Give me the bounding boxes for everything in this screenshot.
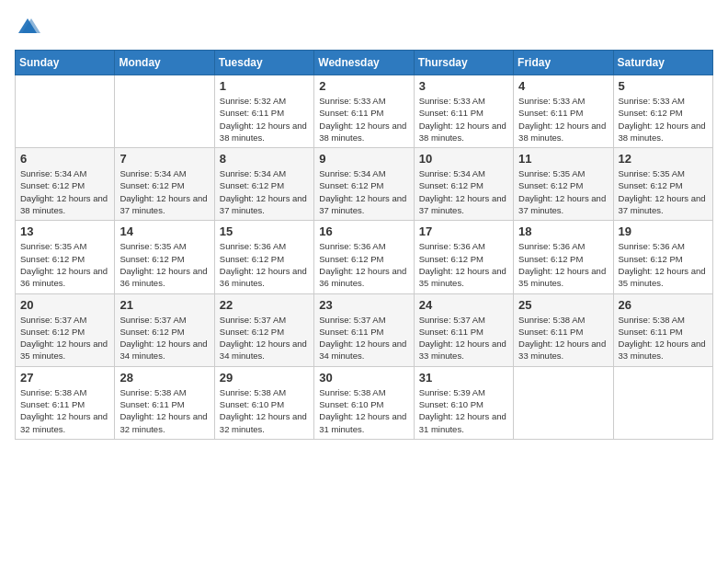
day-detail: Sunrise: 5:34 AM Sunset: 6:12 PM Dayligh… [20, 167, 109, 216]
calendar-cell: 2Sunrise: 5:33 AM Sunset: 6:11 PM Daylig… [314, 75, 414, 148]
logo-icon [15, 15, 40, 40]
calendar-cell: 4Sunrise: 5:33 AM Sunset: 6:11 PM Daylig… [514, 75, 613, 148]
day-number: 21 [119, 298, 209, 312]
calendar-cell: 5Sunrise: 5:33 AM Sunset: 6:12 PM Daylig… [613, 75, 712, 148]
day-number: 18 [518, 224, 608, 238]
calendar-week-row: 6Sunrise: 5:34 AM Sunset: 6:12 PM Daylig… [16, 148, 713, 221]
calendar-cell: 1Sunrise: 5:32 AM Sunset: 6:11 PM Daylig… [214, 75, 313, 148]
day-detail: Sunrise: 5:36 AM Sunset: 6:12 PM Dayligh… [220, 240, 309, 289]
day-number: 31 [419, 371, 508, 385]
calendar-cell: 31Sunrise: 5:39 AM Sunset: 6:10 PM Dayli… [414, 366, 513, 439]
calendar-day-header: Monday [115, 51, 214, 75]
logo [15, 15, 44, 40]
calendar-cell [115, 75, 214, 148]
day-detail: Sunrise: 5:35 AM Sunset: 6:12 PM Dayligh… [518, 167, 608, 216]
day-detail: Sunrise: 5:38 AM Sunset: 6:10 PM Dayligh… [220, 386, 309, 435]
day-detail: Sunrise: 5:37 AM Sunset: 6:11 PM Dayligh… [419, 314, 508, 362]
calendar-cell: 13Sunrise: 5:35 AM Sunset: 6:12 PM Dayli… [16, 221, 115, 293]
day-number: 19 [619, 224, 708, 238]
calendar-cell [613, 366, 712, 439]
day-detail: Sunrise: 5:37 AM Sunset: 6:12 PM Dayligh… [220, 314, 309, 362]
calendar-week-row: 13Sunrise: 5:35 AM Sunset: 6:12 PM Dayli… [16, 221, 713, 293]
calendar-cell: 6Sunrise: 5:34 AM Sunset: 6:12 PM Daylig… [16, 148, 115, 221]
day-detail: Sunrise: 5:38 AM Sunset: 6:10 PM Dayligh… [319, 386, 408, 435]
day-number: 13 [20, 224, 109, 238]
calendar-cell: 23Sunrise: 5:37 AM Sunset: 6:11 PM Dayli… [314, 293, 414, 366]
calendar-week-row: 27Sunrise: 5:38 AM Sunset: 6:11 PM Dayli… [16, 366, 713, 439]
calendar-cell: 10Sunrise: 5:34 AM Sunset: 6:12 PM Dayli… [414, 148, 513, 221]
day-number: 4 [518, 79, 608, 93]
day-detail: Sunrise: 5:36 AM Sunset: 6:12 PM Dayligh… [419, 240, 508, 289]
day-number: 23 [319, 298, 408, 312]
calendar-cell: 3Sunrise: 5:33 AM Sunset: 6:11 PM Daylig… [414, 75, 513, 148]
calendar-day-header: Tuesday [214, 51, 313, 75]
day-number: 16 [319, 224, 408, 238]
day-number: 26 [619, 298, 708, 312]
day-number: 17 [419, 224, 508, 238]
day-number: 25 [518, 298, 608, 312]
day-detail: Sunrise: 5:33 AM Sunset: 6:11 PM Dayligh… [319, 95, 408, 144]
calendar-cell: 15Sunrise: 5:36 AM Sunset: 6:12 PM Dayli… [214, 221, 313, 293]
day-number: 28 [119, 371, 209, 385]
day-detail: Sunrise: 5:33 AM Sunset: 6:12 PM Dayligh… [619, 95, 708, 144]
calendar-cell: 20Sunrise: 5:37 AM Sunset: 6:12 PM Dayli… [16, 293, 115, 366]
calendar-week-row: 1Sunrise: 5:32 AM Sunset: 6:11 PM Daylig… [16, 75, 713, 148]
calendar-cell: 28Sunrise: 5:38 AM Sunset: 6:11 PM Dayli… [115, 366, 214, 439]
day-number: 12 [619, 152, 708, 166]
day-number: 24 [419, 298, 508, 312]
calendar-day-header: Sunday [16, 51, 115, 75]
calendar-cell: 25Sunrise: 5:38 AM Sunset: 6:11 PM Dayli… [514, 293, 613, 366]
calendar-header-row: SundayMondayTuesdayWednesdayThursdayFrid… [16, 51, 713, 75]
day-detail: Sunrise: 5:34 AM Sunset: 6:12 PM Dayligh… [319, 167, 408, 216]
day-detail: Sunrise: 5:32 AM Sunset: 6:11 PM Dayligh… [220, 95, 309, 144]
day-number: 6 [20, 152, 109, 166]
day-number: 3 [419, 79, 508, 93]
day-number: 14 [119, 224, 209, 238]
day-detail: Sunrise: 5:38 AM Sunset: 6:11 PM Dayligh… [518, 314, 608, 362]
calendar-cell: 8Sunrise: 5:34 AM Sunset: 6:12 PM Daylig… [214, 148, 313, 221]
calendar-cell: 29Sunrise: 5:38 AM Sunset: 6:10 PM Dayli… [214, 366, 313, 439]
calendar-cell: 22Sunrise: 5:37 AM Sunset: 6:12 PM Dayli… [214, 293, 313, 366]
day-detail: Sunrise: 5:36 AM Sunset: 6:12 PM Dayligh… [619, 240, 708, 289]
day-number: 7 [119, 152, 209, 166]
day-detail: Sunrise: 5:37 AM Sunset: 6:11 PM Dayligh… [319, 314, 408, 362]
day-detail: Sunrise: 5:38 AM Sunset: 6:11 PM Dayligh… [119, 386, 209, 435]
day-number: 30 [319, 371, 408, 385]
day-detail: Sunrise: 5:37 AM Sunset: 6:12 PM Dayligh… [20, 314, 109, 362]
day-number: 29 [220, 371, 309, 385]
calendar-cell [16, 75, 115, 148]
day-detail: Sunrise: 5:34 AM Sunset: 6:12 PM Dayligh… [119, 167, 209, 216]
day-number: 15 [220, 224, 309, 238]
calendar-cell: 17Sunrise: 5:36 AM Sunset: 6:12 PM Dayli… [414, 221, 513, 293]
calendar-cell: 16Sunrise: 5:36 AM Sunset: 6:12 PM Dayli… [314, 221, 414, 293]
calendar-cell: 26Sunrise: 5:38 AM Sunset: 6:11 PM Dayli… [613, 293, 712, 366]
calendar-cell [514, 366, 613, 439]
calendar-cell: 9Sunrise: 5:34 AM Sunset: 6:12 PM Daylig… [314, 148, 414, 221]
day-detail: Sunrise: 5:35 AM Sunset: 6:12 PM Dayligh… [20, 240, 109, 289]
day-detail: Sunrise: 5:36 AM Sunset: 6:12 PM Dayligh… [518, 240, 608, 289]
day-detail: Sunrise: 5:38 AM Sunset: 6:11 PM Dayligh… [619, 314, 708, 362]
day-detail: Sunrise: 5:35 AM Sunset: 6:12 PM Dayligh… [119, 240, 209, 289]
day-detail: Sunrise: 5:35 AM Sunset: 6:12 PM Dayligh… [619, 167, 708, 216]
page-header [15, 15, 713, 40]
day-number: 20 [20, 298, 109, 312]
day-number: 27 [20, 371, 109, 385]
day-number: 1 [220, 79, 309, 93]
calendar-day-header: Friday [514, 51, 613, 75]
calendar-day-header: Saturday [613, 51, 712, 75]
day-number: 5 [619, 79, 708, 93]
calendar-cell: 21Sunrise: 5:37 AM Sunset: 6:12 PM Dayli… [115, 293, 214, 366]
day-detail: Sunrise: 5:34 AM Sunset: 6:12 PM Dayligh… [220, 167, 309, 216]
calendar-day-header: Wednesday [314, 51, 414, 75]
day-number: 10 [419, 152, 508, 166]
day-number: 11 [518, 152, 608, 166]
calendar-cell: 18Sunrise: 5:36 AM Sunset: 6:12 PM Dayli… [514, 221, 613, 293]
day-detail: Sunrise: 5:34 AM Sunset: 6:12 PM Dayligh… [419, 167, 508, 216]
day-number: 22 [220, 298, 309, 312]
day-detail: Sunrise: 5:37 AM Sunset: 6:12 PM Dayligh… [119, 314, 209, 362]
day-detail: Sunrise: 5:38 AM Sunset: 6:11 PM Dayligh… [20, 386, 109, 435]
day-detail: Sunrise: 5:33 AM Sunset: 6:11 PM Dayligh… [419, 95, 508, 144]
calendar-cell: 11Sunrise: 5:35 AM Sunset: 6:12 PM Dayli… [514, 148, 613, 221]
calendar-cell: 27Sunrise: 5:38 AM Sunset: 6:11 PM Dayli… [16, 366, 115, 439]
calendar-cell: 14Sunrise: 5:35 AM Sunset: 6:12 PM Dayli… [115, 221, 214, 293]
